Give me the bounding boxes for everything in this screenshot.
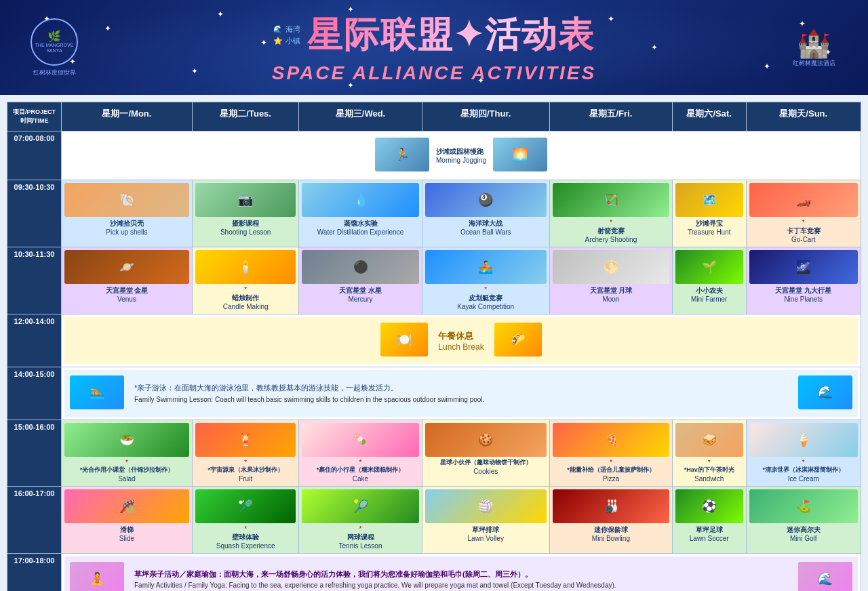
row-1030: 10:30-11:30 🪐 天宫星堂 金星 Venus 🕯️ * 蜡烛制作 Ca… (7, 247, 861, 314)
time-1030: 10:30-11:30 (7, 247, 62, 314)
cell-shells: 🐚 沙滩拾贝壳 Pick up shells (62, 180, 193, 247)
cell-photo: 📷 摄影课程 Shooting Lesson (192, 180, 299, 247)
col-mon: 星期一/Mon. (62, 102, 193, 131)
thumb-photo: 📷 (195, 183, 296, 217)
col-sun: 星期天/Sun. (746, 102, 861, 131)
thumb-venus: 🪐 (64, 250, 189, 284)
cell-kayak: 🚣 * 皮划艇竞赛 Kayak Competition (422, 247, 549, 314)
time-0930: 09:30-10:30 (7, 180, 62, 247)
cell-tennis: 🎾 * 网球课程 Tennis Lesson (299, 486, 422, 553)
swim-text: *亲子游泳：在面朝大海的游泳池里，教练教授基本的游泳技能，一起焕发活力。 Fam… (134, 382, 788, 405)
row-0930: 09:30-10:30 🐚 沙滩拾贝壳 Pick up shells 📷 摄影课… (7, 180, 861, 247)
thumb-squash: 🏸 (195, 489, 296, 523)
thumb-yoga-2: 🌊 (798, 562, 852, 591)
cell-cookies: 🍪 星球小伙伴（趣味动物饼干制作） Cookies (422, 420, 549, 487)
title-cn: 星际联盟✦活动表 (307, 12, 595, 59)
cell-slide: 🎢 滑梯 Slide (62, 486, 193, 553)
thumb-water: 💧 (302, 183, 418, 217)
time-1400: 14:00-15:00 (7, 367, 62, 420)
cell-pizza: 🍕 * *能量补给（适合儿童披萨制作） Pizza (549, 420, 672, 487)
thumb-sandwich: 🥪 (675, 423, 743, 457)
cell-soccer: ⚽ 草坪足球 Lawn Soccer (672, 486, 746, 553)
row-1200: 12:00-14:00 🍽️ 午餐休息 Lunch Break 🌮 (7, 314, 861, 367)
thumb-pizza: 🍕 (553, 423, 669, 457)
page-header: ✦ ✦ ✦ ✦ ✦ ✦ ✦ ✦ ✦ ✦ ✦ ✦ ✦ ✦ ✦ 🌿 THE MANG… (0, 0, 868, 95)
col-sat: 星期六/Sat. (672, 102, 746, 131)
row-0700: 07:00-08:00 🏃 沙滩或园林慢跑 Morning Jogging 🌅 (7, 131, 861, 180)
thumb-tennis: 🎾 (302, 489, 418, 523)
cell-cake: 🍡 * *裹住的小行星（糯米团糕制作） Cake (299, 420, 422, 487)
cell-volley: 🏐 草坪排球 Lawn Volley (422, 486, 549, 553)
thumb-lunch-2: 🌮 (494, 323, 542, 356)
cell-ocean-ball: 🎱 海洋球大战 Ocean Ball Wars (422, 180, 549, 247)
cell-lunch: 🍽️ 午餐休息 Lunch Break 🌮 (62, 314, 861, 367)
thumb-icecream: 🍦 (749, 423, 859, 457)
title-en: SPACE ALLIANCE ACTIVITIES (95, 62, 773, 84)
row-1600: 16:00-17:00 🎢 滑梯 Slide 🏸 * 壁球体验 Squash E… (7, 486, 861, 553)
thumb-kayak: 🚣 (425, 250, 547, 284)
time-1600: 16:00-17:00 (7, 486, 62, 553)
cell-bowling: 🎳 迷你保龄球 Mini Bowling (549, 486, 672, 553)
thumb-kart: 🏎️ (749, 183, 859, 217)
row-1400: 14:00-15:00 🏊 *亲子游泳：在面朝大海的游泳池里，教练教授基本的游泳… (7, 367, 861, 420)
cell-squash: 🏸 * 壁球体验 Squash Experience (192, 486, 299, 553)
cell-candle: 🕯️ * 蜡烛制作 Candle Making (192, 247, 299, 314)
thumb-volley: 🏐 (425, 489, 547, 523)
time-1500: 15:00-16:00 (7, 420, 62, 487)
thumb-soccer: ⚽ (675, 489, 743, 523)
header-center: 🌊 海湾 ⭐ 小镇 星际联盟✦活动表 SPACE ALLIANCE ACTIVI… (95, 12, 773, 84)
time-1200: 12:00-14:00 (7, 314, 62, 367)
cell-venus: 🪐 天宫星堂 金星 Venus (62, 247, 193, 314)
thumb-slide: 🎢 (64, 489, 189, 523)
cell-salad: 🥗 * *光合作用小课堂（什锦沙拉制作） Salad (62, 420, 193, 487)
row-1700: 17:00-18:00 🧘 草坪亲子活动／家庭瑜伽：面朝大海，来一场舒畅身心的活… (7, 553, 861, 591)
thumb-lunch-1: 🍽️ (380, 323, 428, 356)
left-logo-text: 红树林度假世界 (14, 69, 95, 77)
thumb-swim-2: 🌊 (798, 375, 852, 409)
cell-sandwich: 🥪 * *Hav的下午茶时光 Sandwich (672, 420, 746, 487)
thumb-jogging: 🏃 (375, 138, 429, 171)
thumb-shells: 🐚 (64, 183, 189, 217)
cell-jogging: 🏃 沙滩或园林慢跑 Morning Jogging 🌅 (62, 131, 861, 180)
time-0700: 07:00-08:00 (7, 131, 62, 180)
cell-water-dist: 💧 蒸馏水实验 Water Distillation Experience (299, 180, 422, 247)
thumb-salad: 🥗 (64, 423, 189, 457)
cell-nineplanets: 🌌 天宫星堂 九大行星 Nine Planets (746, 247, 861, 314)
lunch-text: 午餐休息 Lunch Break (438, 330, 484, 352)
thumb-mercury: ⚫ (302, 250, 418, 284)
cell-mercury: ⚫ 天宫星堂 水星 Mercury (299, 247, 422, 314)
time-1700: 17:00-18:00 (7, 553, 62, 591)
cell-farmer: 🌱 小小农夫 Mini Farmer (672, 247, 746, 314)
thumb-candle: 🕯️ (195, 250, 296, 284)
thumb-nineplanets: 🌌 (749, 250, 859, 284)
main-content: 项目/PROJECT 时间/TIME 星期一/Mon. 星期二/Tues. 星期… (0, 95, 868, 591)
thumb-minigolf: ⛳ (749, 489, 859, 523)
row-1500: 15:00-16:00 🥗 * *光合作用小课堂（什锦沙拉制作） Salad 🍹… (7, 420, 861, 487)
schedule-table: 项目/PROJECT 时间/TIME 星期一/Mon. 星期二/Tues. 星期… (7, 102, 861, 591)
right-logo: 🏰 红树林魔法酒店 (773, 28, 854, 68)
left-logo: 🌿 THE MANGROVE SANYA 红树林度假世界 (14, 18, 95, 77)
thumb-jogging-2: 🌅 (493, 138, 547, 171)
thumb-ocean: 🎱 (425, 183, 547, 217)
jogging-text: 沙滩或园林慢跑 Morning Jogging (436, 147, 486, 165)
right-logo-text: 红树林魔法酒店 (773, 60, 854, 68)
col-thu: 星期四/Thur. (422, 102, 549, 131)
cell-kart: 🏎️ * 卡丁车竞赛 Go-Cart (746, 180, 861, 247)
thumb-fruit: 🍹 (195, 423, 296, 457)
thumb-farmer: 🌱 (675, 250, 743, 284)
thumb-cake: 🍡 (302, 423, 418, 457)
yoga-text: 草坪亲子活动／家庭瑜伽：面朝大海，来一场舒畅身心的活力体验，我们将为您准备好瑜伽… (134, 569, 788, 591)
thumb-treasure: 🗺️ (675, 183, 743, 217)
cell-fruit: 🍹 * *宇宙源泉（水果冰沙制作） Fruit (192, 420, 299, 487)
thumb-bowling: 🎳 (553, 489, 669, 523)
thumb-cookies: 🍪 (425, 423, 547, 457)
thumb-yoga-1: 🧘 (70, 562, 124, 591)
cell-swim: 🏊 *亲子游泳：在面朝大海的游泳池里，教练教授基本的游泳技能，一起焕发活力。 F… (62, 367, 861, 420)
table-header-row: 项目/PROJECT 时间/TIME 星期一/Mon. 星期二/Tues. 星期… (7, 102, 861, 131)
mangrove-logo-circle: 🌿 THE MANGROVE SANYA (31, 18, 78, 66)
cell-archery: 🏹 * 射箭竞赛 Archery Shooting (549, 180, 672, 247)
col-time-header: 项目/PROJECT 时间/TIME (7, 102, 62, 131)
col-tue: 星期二/Tues. (192, 102, 299, 131)
thumb-moon: 🌕 (553, 250, 669, 284)
cell-minigolf: ⛳ 迷你高尔夫 Mini Golf (746, 486, 861, 553)
